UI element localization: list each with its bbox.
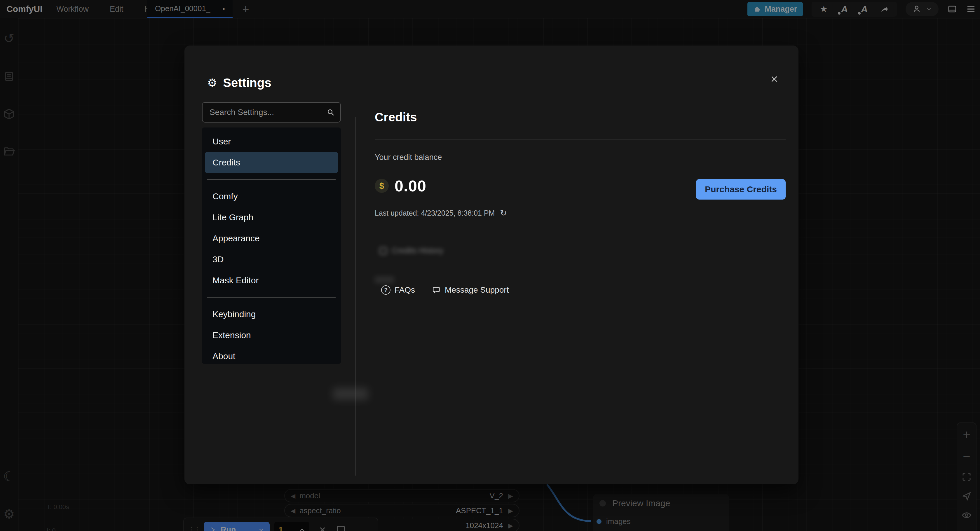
blur-smudge bbox=[333, 388, 368, 400]
credits-history-link-blurred[interactable]: Credits History bbox=[379, 246, 443, 255]
search-icon bbox=[326, 108, 335, 117]
credits-history-label: Credits History bbox=[391, 246, 443, 255]
nav-item-mask-editor[interactable]: Mask Editor bbox=[205, 270, 338, 291]
comfyui-screen: ComfyUI Workflow Edit Help OpenAI_00001_… bbox=[0, 0, 980, 531]
nav-item-comfy[interactable]: Comfy bbox=[205, 186, 338, 207]
faqs-label: FAQs bbox=[395, 285, 415, 295]
credits-panel: Credits Your credit balance $ 0.00 Purch… bbox=[375, 46, 786, 484]
settings-search-input[interactable] bbox=[209, 107, 326, 117]
credits-history-icon bbox=[379, 247, 387, 255]
faqs-link[interactable]: ? FAQs bbox=[381, 285, 415, 295]
nav-divider bbox=[207, 297, 336, 297]
section-divider bbox=[375, 139, 786, 140]
nav-item-appearance[interactable]: Appearance bbox=[205, 228, 338, 249]
settings-header: ⚙ Settings bbox=[207, 76, 271, 90]
message-support-label: Message Support bbox=[445, 285, 509, 295]
nav-item-user[interactable]: User bbox=[205, 131, 338, 152]
settings-dialog: ⚙ Settings User Credits Comfy Lite Graph… bbox=[185, 46, 799, 484]
nav-item-extension[interactable]: Extension bbox=[205, 325, 338, 346]
message-support-link[interactable]: Message Support bbox=[432, 285, 509, 295]
credit-balance-label: Your credit balance bbox=[375, 153, 442, 162]
settings-nav: User Credits Comfy Lite Graph Appearance… bbox=[202, 127, 341, 364]
chat-bubble-icon bbox=[432, 286, 441, 294]
credits-heading: Credits bbox=[375, 110, 417, 124]
nav-item-about[interactable]: About bbox=[205, 346, 338, 367]
nav-item-keybinding[interactable]: Keybinding bbox=[205, 304, 338, 325]
nav-item-3d[interactable]: 3D bbox=[205, 249, 338, 270]
settings-panel-divider bbox=[355, 117, 356, 475]
credit-balance-value: 0.00 bbox=[395, 177, 426, 195]
last-updated-row: Last updated: 4/23/2025, 8:38:01 PM ↻ bbox=[375, 209, 507, 217]
question-circle-icon: ? bbox=[381, 285, 390, 295]
settings-search-box bbox=[202, 102, 341, 122]
nav-divider bbox=[207, 179, 336, 180]
purchase-credits-button[interactable]: Purchase Credits bbox=[696, 179, 786, 200]
credit-balance-row: $ 0.00 bbox=[375, 177, 426, 195]
nav-item-lite-graph[interactable]: Lite Graph bbox=[205, 207, 338, 228]
section-divider bbox=[375, 271, 786, 271]
settings-title: Settings bbox=[223, 76, 271, 90]
last-updated-text: Last updated: 4/23/2025, 8:38:01 PM bbox=[375, 209, 495, 217]
settings-gear-icon: ⚙ bbox=[207, 77, 217, 88]
refresh-icon[interactable]: ↻ bbox=[500, 209, 507, 217]
nav-item-credits[interactable]: Credits bbox=[205, 152, 338, 173]
help-links-row: ? FAQs Message Support bbox=[381, 285, 509, 295]
blur-smudge bbox=[375, 277, 394, 283]
dollar-icon: $ bbox=[375, 179, 389, 193]
